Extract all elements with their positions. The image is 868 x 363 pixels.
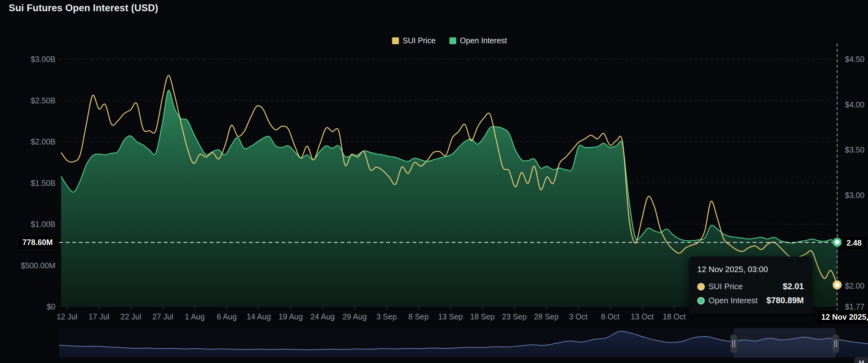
tooltip-row-sui-price: SUI Price $2.01 bbox=[697, 282, 804, 291]
tooltip-row-open-interest: Open Interest $780.89M bbox=[697, 296, 804, 305]
crosshair-left-badge: 778.60M bbox=[18, 236, 58, 250]
y-axis-left-tick: $2.00B bbox=[31, 137, 56, 146]
x-axis-tick: 18 Sep bbox=[470, 312, 495, 321]
x-axis-tick: 14 Aug bbox=[246, 312, 271, 321]
chart-tooltip: 12 Nov 2025, 03:00 SUI Price $2.01 Open … bbox=[688, 257, 812, 314]
y-axis-right-tick: $3.50 bbox=[845, 145, 865, 155]
x-axis-tick: 28 Sep bbox=[534, 312, 559, 321]
y-axis-left-tick: $2.50B bbox=[31, 96, 56, 105]
tooltip-label: SUI Price bbox=[709, 282, 743, 291]
crosshair-date-badge: 12 Nov 2025, 03:00 bbox=[816, 310, 868, 324]
x-axis-tick: 3 Sep bbox=[376, 312, 397, 321]
x-axis-tick: 29 Aug bbox=[342, 312, 367, 321]
open-interest-marker bbox=[834, 239, 841, 245]
navigator-handle-right[interactable] bbox=[832, 334, 839, 353]
crosshair-right-badge: 2.48 bbox=[841, 236, 867, 250]
y-axis-right-tick: $1.77 bbox=[845, 302, 865, 311]
x-axis-tick: 27 Jul bbox=[152, 312, 173, 321]
chart-page: Sui Futures Open Interest (USD) SUI Pric… bbox=[0, 0, 868, 363]
x-axis-tick: 1 Aug bbox=[185, 312, 205, 321]
x-axis-tick: 3 Oct bbox=[569, 312, 588, 321]
x-axis-tick: 8 Oct bbox=[601, 312, 620, 321]
navigator-selection[interactable] bbox=[734, 328, 836, 358]
x-axis-tick: 12 Jul bbox=[57, 312, 78, 321]
tooltip-value: $780.89M bbox=[767, 296, 804, 305]
x-axis-tick: 24 Aug bbox=[311, 312, 335, 321]
y-axis-left-tick: $0 bbox=[47, 302, 56, 311]
tooltip-date: 12 Nov 2025, 03:00 bbox=[697, 265, 804, 274]
x-axis-tick: 13 Oct bbox=[630, 312, 654, 321]
price-marker bbox=[834, 282, 841, 288]
x-axis-tick: 19 Aug bbox=[279, 312, 303, 321]
y-axis-left-tick: $1.00B bbox=[31, 220, 56, 229]
y-axis-left-tick: $500.00M bbox=[21, 261, 56, 270]
y-axis-right-tick: $4.50 bbox=[845, 55, 865, 64]
sui-price-dot-icon bbox=[697, 283, 705, 291]
tooltip-value: $2.01 bbox=[783, 282, 804, 291]
x-axis-tick: 13 Sep bbox=[438, 312, 463, 321]
y-axis-right-tick: $3.00 bbox=[845, 191, 865, 200]
y-axis-right-tick: $4.00 bbox=[845, 100, 865, 109]
x-axis-tick: 18 Oct bbox=[663, 312, 686, 321]
navigator-handle-left[interactable] bbox=[730, 334, 737, 353]
x-axis-tick: 17 Jul bbox=[89, 312, 110, 321]
x-axis-tick: 6 Aug bbox=[217, 312, 237, 321]
y-axis-left-tick: $3.00B bbox=[31, 55, 56, 64]
x-axis-tick: 23 Sep bbox=[502, 312, 527, 321]
x-axis-tick: 22 Jul bbox=[121, 312, 142, 321]
y-axis-right-tick: $2.00 bbox=[845, 282, 865, 291]
x-axis-tick: 8 Sep bbox=[408, 312, 429, 321]
open-interest-dot-icon bbox=[697, 297, 705, 304]
y-axis-left-tick: $1.50B bbox=[31, 178, 56, 188]
tooltip-label: Open Interest bbox=[709, 296, 758, 305]
watermark-logo: M bbox=[854, 357, 868, 363]
